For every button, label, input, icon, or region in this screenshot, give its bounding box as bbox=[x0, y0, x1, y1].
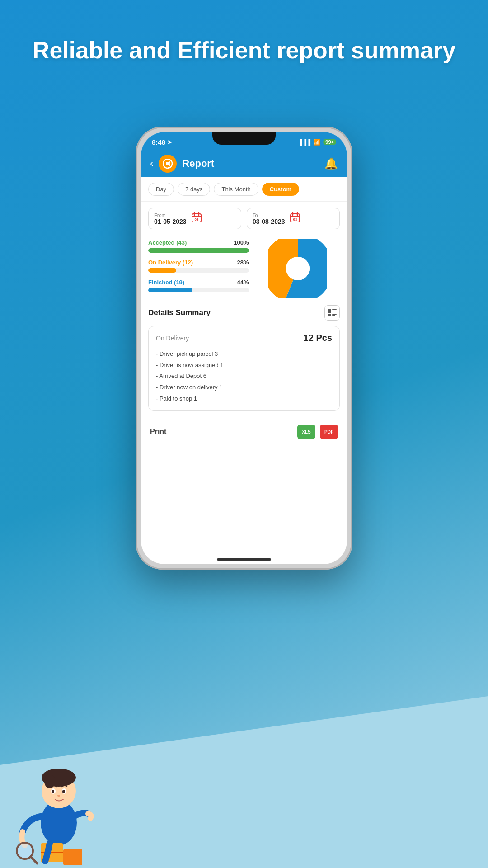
print-buttons: XLS PDF bbox=[297, 425, 338, 439]
stats-section: Accepted (43) 100% On Delivery (12) 28% bbox=[141, 236, 347, 305]
svg-rect-16 bbox=[332, 309, 337, 310]
stat-finished-pct: 44% bbox=[237, 279, 249, 286]
back-button[interactable]: ‹ bbox=[150, 158, 153, 170]
calendar-from-icon[interactable]: 03 bbox=[191, 212, 202, 225]
print-label: Print bbox=[150, 428, 166, 436]
stats-bars: Accepted (43) 100% On Delivery (12) 28% bbox=[148, 236, 249, 298]
stat-finished-fill bbox=[148, 288, 192, 292]
details-section: Details Summary On Delivery 12 Pcs bbox=[141, 305, 347, 418]
print-xls-button[interactable]: XLS bbox=[297, 425, 315, 439]
delivery-items: - Driver pick up parcel 3 - Driver is no… bbox=[156, 349, 332, 404]
phone-notch bbox=[212, 132, 276, 145]
svg-rect-20 bbox=[332, 315, 335, 316]
calendar-to-icon[interactable]: 03 bbox=[290, 212, 300, 225]
delivery-category: On Delivery bbox=[156, 335, 189, 342]
stat-delivery-fill bbox=[148, 268, 176, 273]
date-range: From 01-05-2023 03 To 03-08-2023 bbox=[141, 202, 347, 236]
stat-finished-label: Finished (19) bbox=[148, 279, 184, 286]
tab-day[interactable]: Day bbox=[148, 183, 174, 196]
svg-rect-17 bbox=[332, 311, 336, 311]
status-time: 8:48 ➤ bbox=[152, 138, 172, 146]
delivery-item-1: - Driver pick up parcel 3 bbox=[156, 349, 332, 360]
svg-line-31 bbox=[31, 857, 37, 863]
stat-finished-bar bbox=[148, 288, 249, 292]
svg-point-29 bbox=[57, 795, 60, 797]
notification-badge: 99+ bbox=[323, 139, 336, 145]
stat-accepted-bar bbox=[148, 248, 249, 253]
date-from-box[interactable]: From 01-05-2023 03 bbox=[148, 208, 241, 229]
app-header: ‹ Report 🔔 bbox=[141, 150, 347, 177]
signal-icon: ▐▐▐ bbox=[298, 139, 311, 146]
stat-accepted-fill bbox=[148, 248, 249, 253]
character-illustration bbox=[14, 728, 122, 868]
date-from-value: 01-05-2023 bbox=[154, 218, 187, 225]
svg-rect-33 bbox=[63, 849, 82, 865]
details-icon-button[interactable] bbox=[324, 305, 340, 321]
delivery-item-5: - Paid to shop 1 bbox=[156, 393, 332, 405]
details-title: Details Summary bbox=[148, 308, 211, 317]
tab-7days[interactable]: 7 days bbox=[178, 183, 210, 196]
stat-accepted-pct: 100% bbox=[234, 239, 249, 246]
bell-icon[interactable]: 🔔 bbox=[324, 157, 338, 170]
filter-tabs: Day 7 days This Month Custom bbox=[141, 177, 347, 202]
details-card: On Delivery 12 Pcs - Driver pick up parc… bbox=[148, 326, 340, 411]
page-title: Reliable and Efficient report summary bbox=[0, 36, 488, 64]
date-from-label: From bbox=[154, 212, 187, 218]
delivery-item-2: - Driver is now assigned 1 bbox=[156, 360, 332, 371]
stat-accepted-label: Accepted (43) bbox=[148, 239, 187, 246]
delivery-item-4: - Driver now on delivery 1 bbox=[156, 382, 332, 393]
app-logo bbox=[159, 155, 177, 173]
print-pdf-button[interactable]: PDF bbox=[320, 425, 338, 439]
svg-point-27 bbox=[52, 790, 54, 793]
stat-delivery: On Delivery (12) 28% bbox=[148, 259, 249, 273]
svg-text:03: 03 bbox=[293, 217, 297, 222]
home-indicator bbox=[217, 558, 271, 561]
location-icon: ➤ bbox=[167, 139, 172, 146]
phone-screen: 8:48 ➤ ▐▐▐ 📶 99+ ‹ Report 🔔 bbox=[141, 132, 347, 564]
stat-accepted: Accepted (43) 100% bbox=[148, 239, 249, 253]
svg-text:03: 03 bbox=[194, 217, 198, 222]
delivery-count: 12 Pcs bbox=[304, 333, 332, 343]
pie-chart bbox=[256, 236, 340, 298]
stat-delivery-label: On Delivery (12) bbox=[148, 259, 193, 266]
tab-custom[interactable]: Custom bbox=[262, 183, 299, 196]
stat-delivery-bar bbox=[148, 268, 249, 273]
tab-this-month[interactable]: This Month bbox=[214, 183, 258, 196]
svg-rect-18 bbox=[328, 314, 331, 316]
status-icons: ▐▐▐ 📶 99+ bbox=[298, 139, 336, 146]
phone-frame: 8:48 ➤ ▐▐▐ 📶 99+ ‹ Report 🔔 bbox=[136, 127, 352, 570]
date-to-value: 03-08-2023 bbox=[253, 218, 285, 225]
svg-point-28 bbox=[62, 790, 65, 793]
date-to-label: To bbox=[253, 212, 285, 218]
svg-point-1 bbox=[166, 162, 169, 165]
wifi-icon: 📶 bbox=[313, 139, 320, 146]
svg-point-14 bbox=[286, 257, 310, 280]
stat-finished: Finished (19) 44% bbox=[148, 279, 249, 292]
date-to-box[interactable]: To 03-08-2023 03 bbox=[247, 208, 340, 229]
svg-rect-19 bbox=[332, 314, 337, 315]
delivery-item-3: - Arrived at Depot 6 bbox=[156, 371, 332, 382]
stat-delivery-pct: 28% bbox=[237, 259, 249, 266]
svg-rect-15 bbox=[328, 309, 331, 313]
print-section: Print XLS PDF bbox=[141, 418, 347, 445]
header-title: Report bbox=[182, 158, 319, 170]
